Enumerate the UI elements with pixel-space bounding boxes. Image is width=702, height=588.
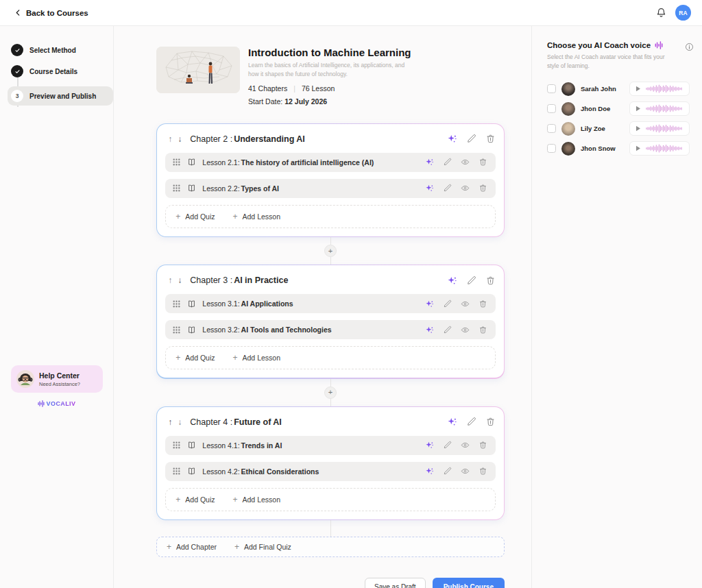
step-done-circle xyxy=(11,44,23,56)
insert-chapter-button[interactable]: + xyxy=(324,387,337,399)
delete-lesson-button[interactable] xyxy=(479,467,487,476)
voice-checkbox[interactable] xyxy=(547,84,556,93)
edit-chapter-button[interactable] xyxy=(466,417,476,427)
move-chapter-down-button[interactable]: ↓ xyxy=(176,417,183,427)
delete-chapter-button[interactable] xyxy=(485,417,496,427)
step-preview-publish[interactable]: 3 Preview and Publish xyxy=(8,86,113,106)
sparkle-icon xyxy=(425,299,434,308)
user-avatar[interactable]: RA xyxy=(675,5,691,21)
delete-lesson-button[interactable] xyxy=(479,441,487,450)
drag-dots-icon xyxy=(172,158,181,167)
voice-checkbox[interactable] xyxy=(547,144,556,153)
save-as-draft-button[interactable]: Save as Draft xyxy=(365,578,426,588)
notifications-button[interactable] xyxy=(655,7,667,19)
eye-icon xyxy=(461,441,470,450)
delete-lesson-button[interactable] xyxy=(479,158,487,167)
chapter-add-box: +Add Quiz +Add Lesson xyxy=(165,346,495,369)
delete-lesson-button[interactable] xyxy=(479,326,487,334)
pencil-icon xyxy=(443,441,452,450)
edit-lesson-button[interactable] xyxy=(443,326,452,334)
add-lesson-button[interactable]: +Add Lesson xyxy=(233,495,280,504)
drag-handle[interactable] xyxy=(172,441,181,450)
lesson-title: The history of artificial intelligence (… xyxy=(241,158,374,167)
add-lesson-button[interactable]: +Add Lesson xyxy=(233,353,280,363)
check-icon xyxy=(14,69,21,75)
ai-generate-lesson-button[interactable] xyxy=(425,326,434,334)
move-chapter-down-button[interactable]: ↓ xyxy=(176,275,183,285)
edit-chapter-button[interactable] xyxy=(466,134,476,144)
back-to-courses-button[interactable]: Back to Courses xyxy=(14,8,88,17)
preview-lesson-button[interactable] xyxy=(461,326,470,334)
delete-lesson-button[interactable] xyxy=(479,299,487,308)
move-chapter-up-button[interactable]: ↑ xyxy=(167,134,173,144)
publish-course-button[interactable]: Publish Course xyxy=(433,578,505,588)
eye-icon xyxy=(461,158,470,167)
help-center-card[interactable]: Help Center Need Assistance? xyxy=(11,365,103,393)
bell-icon xyxy=(655,7,667,19)
drag-handle[interactable] xyxy=(172,326,181,334)
preview-lesson-button[interactable] xyxy=(461,158,470,167)
play-icon xyxy=(636,86,641,92)
chapter-card: ↑ ↓ Chapter 3 :AI in Practice Lesson 3.1… xyxy=(156,265,505,379)
plus-icon: + xyxy=(233,495,238,504)
voice-checkbox[interactable] xyxy=(547,104,556,113)
drag-handle[interactable] xyxy=(172,184,181,193)
preview-lesson-button[interactable] xyxy=(461,184,470,193)
add-lesson-button[interactable]: +Add Lesson xyxy=(233,212,280,221)
drag-dots-icon xyxy=(172,467,181,476)
lesson-prefix: Lesson 4.2: xyxy=(202,467,239,476)
ai-generate-chapter-button[interactable] xyxy=(447,275,457,286)
preview-lesson-button[interactable] xyxy=(461,441,470,450)
move-chapter-up-button[interactable]: ↑ xyxy=(167,417,173,427)
step-select-method[interactable]: Select Method xyxy=(11,44,113,56)
voice-play-button[interactable] xyxy=(629,141,690,156)
voice-info-button[interactable] xyxy=(685,42,694,51)
voice-play-button[interactable] xyxy=(629,121,690,136)
ai-generate-lesson-button[interactable] xyxy=(425,299,434,308)
pencil-icon xyxy=(443,184,452,193)
edit-lesson-button[interactable] xyxy=(443,184,452,193)
delete-chapter-button[interactable] xyxy=(485,275,496,286)
ai-generate-lesson-button[interactable] xyxy=(425,158,434,167)
ai-generate-chapter-button[interactable] xyxy=(447,134,457,144)
add-quiz-button[interactable]: +Add Quiz xyxy=(176,212,215,221)
ai-generate-lesson-button[interactable] xyxy=(425,441,434,450)
move-chapter-up-button[interactable]: ↑ xyxy=(167,275,173,285)
add-final-quiz-button[interactable]: +Add Final Quiz xyxy=(234,542,291,552)
add-quiz-button[interactable]: +Add Quiz xyxy=(176,353,215,363)
add-quiz-button[interactable]: +Add Quiz xyxy=(176,495,215,504)
lesson-title: Types of AI xyxy=(241,184,279,193)
voice-play-button[interactable] xyxy=(629,82,690,96)
delete-chapter-button[interactable] xyxy=(485,134,496,144)
chapter-prefix: Chapter 2 : xyxy=(190,134,232,144)
insert-chapter-button[interactable]: + xyxy=(324,245,337,257)
drag-handle[interactable] xyxy=(172,158,181,167)
ai-generate-chapter-button[interactable] xyxy=(447,417,457,427)
step-course-details[interactable]: Course Details xyxy=(11,65,113,77)
add-chapter-button[interactable]: +Add Chapter xyxy=(167,542,217,552)
eye-icon xyxy=(461,326,470,334)
voice-wave-icon xyxy=(655,41,663,49)
edit-lesson-button[interactable] xyxy=(443,467,452,476)
edit-lesson-button[interactable] xyxy=(443,158,452,167)
edit-lesson-button[interactable] xyxy=(443,299,452,308)
ai-generate-lesson-button[interactable] xyxy=(425,467,434,476)
edit-chapter-button[interactable] xyxy=(466,275,476,286)
move-chapter-down-button[interactable]: ↓ xyxy=(176,134,183,144)
voice-checkbox[interactable] xyxy=(547,124,556,133)
preview-lesson-button[interactable] xyxy=(461,299,470,308)
voice-play-button[interactable] xyxy=(629,101,690,116)
edit-lesson-button[interactable] xyxy=(443,441,452,450)
drag-handle[interactable] xyxy=(172,299,181,308)
ai-generate-lesson-button[interactable] xyxy=(425,184,434,193)
waveform-icon xyxy=(645,84,683,93)
voice-name: Jhon Doe xyxy=(581,105,610,112)
play-icon xyxy=(636,106,641,112)
trash-icon xyxy=(479,467,487,476)
lesson-prefix: Lesson 3.2: xyxy=(202,326,239,334)
preview-lesson-button[interactable] xyxy=(461,467,470,476)
drag-handle[interactable] xyxy=(172,467,181,476)
book-icon xyxy=(187,326,196,334)
pencil-icon xyxy=(466,134,476,144)
delete-lesson-button[interactable] xyxy=(479,184,487,193)
